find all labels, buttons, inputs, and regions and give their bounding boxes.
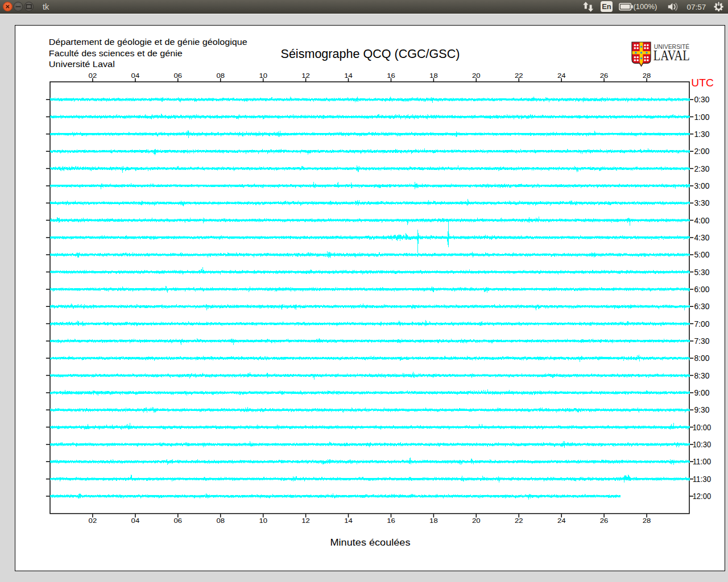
svg-text:26: 26 [600, 72, 609, 79]
svg-text:10: 10 [259, 517, 267, 524]
svg-text:9:30: 9:30 [694, 405, 709, 414]
svg-text:LAVAL: LAVAL [653, 48, 690, 63]
svg-text:9:00: 9:00 [694, 388, 709, 397]
svg-text:18: 18 [429, 72, 438, 79]
svg-text:7:30: 7:30 [694, 336, 709, 346]
svg-text:20: 20 [472, 517, 481, 524]
svg-text:4:30: 4:30 [694, 233, 709, 242]
svg-text:Minutes écoulées: Minutes écoulées [330, 537, 411, 548]
svg-text:10:30: 10:30 [693, 440, 712, 449]
svg-text:12:00: 12:00 [693, 492, 712, 501]
svg-text:Université Laval: Université Laval [49, 59, 115, 69]
svg-text:UTC: UTC [691, 77, 714, 89]
svg-text:10: 10 [259, 72, 267, 79]
svg-text:Département de géologie et de: Département de géologie et de génie géol… [49, 37, 247, 47]
svg-text:1:30: 1:30 [694, 130, 709, 139]
svg-text:6:30: 6:30 [694, 302, 709, 311]
svg-text:16: 16 [387, 517, 395, 524]
svg-text:11:00: 11:00 [693, 457, 712, 466]
svg-text:10:00: 10:00 [693, 423, 712, 432]
svg-text:tk: tk [43, 2, 49, 11]
svg-text:18: 18 [429, 517, 438, 524]
svg-text:5:00: 5:00 [694, 250, 709, 259]
svg-text:14: 14 [344, 517, 353, 524]
svg-text:0:30: 0:30 [694, 95, 709, 104]
svg-text:7:00: 7:00 [694, 319, 709, 329]
svg-text:04: 04 [131, 72, 140, 79]
svg-text:12: 12 [301, 517, 310, 524]
svg-text:Séismographe QCQ (CGC/GSC): Séismographe QCQ (CGC/GSC) [281, 47, 460, 61]
svg-text:08: 08 [216, 72, 225, 79]
svg-text:07:57: 07:57 [687, 3, 706, 11]
svg-text:3:00: 3:00 [694, 181, 709, 190]
svg-text:(100%): (100%) [634, 2, 657, 11]
svg-text:11:30: 11:30 [693, 475, 712, 484]
svg-text:12: 12 [301, 72, 310, 79]
svg-text:02: 02 [89, 72, 97, 79]
svg-text:5:30: 5:30 [694, 268, 709, 277]
svg-text:02: 02 [89, 517, 97, 524]
svg-text:26: 26 [600, 517, 609, 524]
svg-text:14: 14 [344, 72, 353, 79]
svg-text:22: 22 [515, 72, 523, 79]
svg-text:28: 28 [643, 72, 651, 79]
svg-text:8:30: 8:30 [694, 371, 709, 380]
svg-text:8:00: 8:00 [694, 354, 709, 363]
svg-text:En: En [602, 2, 611, 11]
svg-text:4:00: 4:00 [694, 216, 709, 225]
svg-text:24: 24 [557, 517, 566, 524]
svg-text:06: 06 [174, 517, 183, 524]
svg-text:1:00: 1:00 [694, 113, 709, 122]
svg-text:2:00: 2:00 [694, 147, 709, 156]
svg-text:24: 24 [557, 72, 566, 79]
svg-text:04: 04 [131, 517, 140, 524]
svg-text:Faculté des sciences et de gén: Faculté des sciences et de génie [49, 48, 183, 58]
svg-text:20: 20 [472, 72, 481, 79]
svg-text:6:00: 6:00 [694, 285, 709, 294]
svg-text:22: 22 [515, 517, 523, 524]
svg-text:2:30: 2:30 [694, 164, 709, 173]
svg-text:08: 08 [216, 517, 225, 524]
svg-text:3:30: 3:30 [694, 198, 709, 207]
svg-text:06: 06 [174, 72, 183, 79]
svg-text:28: 28 [643, 517, 651, 524]
svg-text:16: 16 [387, 72, 395, 79]
